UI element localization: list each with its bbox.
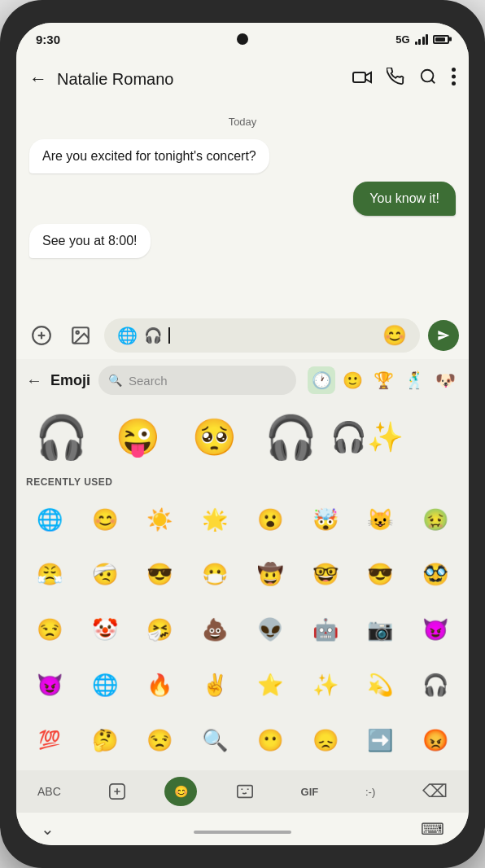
emoji-search-box[interactable]: 🔍 Search — [98, 366, 296, 395]
emoji-cell[interactable]: 🤓 — [299, 548, 352, 602]
home-indicator[interactable] — [194, 831, 291, 834]
attach-button[interactable] — [26, 320, 57, 351]
emoji-cell[interactable]: 😒 — [23, 603, 76, 657]
emoji-cell[interactable]: 😤 — [23, 548, 76, 602]
phone-screen: 9:30 5G ← Natalie Romano — [16, 23, 469, 845]
emoji-cell[interactable]: 🥸 — [409, 548, 462, 602]
emoji-keyboard-back[interactable]: ← — [26, 371, 42, 390]
emoji-cell[interactable]: 😡 — [409, 713, 462, 767]
backspace-button[interactable]: ⌫ — [414, 777, 456, 806]
emoji-cell[interactable]: 🤯 — [299, 493, 352, 546]
keyboard-down-chevron[interactable]: ⌄ — [41, 819, 55, 839]
emoji-cat-recent[interactable]: 🕐 — [308, 366, 335, 394]
network-indicator: 5G — [395, 33, 409, 46]
emoji-cell[interactable]: 👽 — [243, 603, 297, 657]
emoji-cell[interactable]: 🔥 — [133, 659, 187, 712]
emoji-cell[interactable]: 🔍 — [188, 713, 242, 767]
back-button[interactable]: ← — [29, 68, 47, 90]
keyboard-bottom-nav: ABC 😊 GIF :-) ⌫ — [16, 770, 469, 813]
signal-icon — [415, 33, 429, 45]
emoji-cell[interactable]: 🌟 — [188, 493, 242, 546]
received-bubble-2: See you at 8:00! — [29, 224, 151, 258]
status-time: 9:30 — [36, 33, 60, 46]
gif-button[interactable]: GIF — [293, 777, 327, 806]
svg-point-3 — [452, 68, 456, 72]
kaomoji-button[interactable] — [228, 777, 262, 806]
svg-point-10 — [76, 331, 79, 334]
emoji-cell[interactable]: 🌐 — [78, 659, 132, 712]
emoji-cell[interactable]: 😎 — [133, 548, 187, 602]
emoji-cell[interactable]: 🤔 — [78, 713, 132, 767]
contact-name: Natalie Romano — [57, 70, 343, 89]
svg-point-4 — [452, 75, 456, 79]
svg-rect-0 — [353, 72, 365, 82]
svg-point-1 — [422, 70, 434, 82]
emoji-cell[interactable]: 😊 — [78, 493, 132, 546]
emoji-cell[interactable]: 😒 — [133, 713, 187, 767]
emoji-cell[interactable]: 🤢 — [409, 493, 462, 546]
emoji-cell[interactable]: 🤠 — [243, 548, 297, 602]
featured-emoji-2[interactable]: 😜 — [99, 405, 176, 470]
media-button[interactable] — [65, 320, 96, 351]
emoji-cell[interactable]: ☀️ — [133, 493, 187, 546]
globe-emoji: 🌐 — [117, 326, 138, 345]
abc-button[interactable]: ABC — [29, 777, 69, 806]
featured-emoji-3[interactable]: 🥺 — [176, 405, 252, 470]
message-input-bar: 🌐 🎧 😊 — [16, 312, 469, 359]
headphone-emoji: 🎧 — [144, 327, 162, 344]
emoji-cat-animals[interactable]: 🐶 — [431, 366, 459, 394]
emoji-cell[interactable]: 💩 — [188, 603, 242, 657]
emoji-cell[interactable]: ➡️ — [354, 713, 408, 767]
emoji-cat-people[interactable]: 🕺 — [400, 366, 428, 394]
emoji-cell[interactable]: 🎧 — [409, 659, 462, 712]
emoji-category-tabs: 🕐 🙂 🏆 🕺 🐶 — [308, 366, 459, 394]
emoji-cell[interactable]: 😶 — [243, 713, 297, 767]
emoji-cell[interactable]: 💫 — [354, 659, 408, 712]
phone-call-icon[interactable] — [387, 68, 404, 90]
emoji-cell[interactable]: 🤡 — [78, 603, 132, 657]
phone-frame: 9:30 5G ← Natalie Romano — [0, 0, 485, 868]
emoji-cat-activities[interactable]: 🏆 — [369, 366, 397, 394]
text-cursor — [168, 327, 170, 344]
emoji-cell[interactable]: 😈 — [23, 659, 76, 712]
emoji-cell[interactable]: 🤖 — [299, 603, 352, 657]
emoji-cell[interactable]: 😷 — [188, 548, 242, 602]
emoji-cell[interactable]: ✨ — [299, 659, 352, 712]
message-input-field[interactable]: 🌐 🎧 😊 — [104, 318, 420, 353]
more-options-icon[interactable] — [452, 68, 456, 90]
emoji-cell[interactable]: 🤕 — [78, 548, 132, 602]
date-divider: Today — [29, 116, 456, 128]
emoji-cell[interactable]: ⭐ — [243, 659, 297, 712]
emoji-keyboard: ← Emoji 🔍 Search 🕐 🙂 🏆 🕺 🐶 🎧 😜 � — [16, 359, 469, 813]
emoji-keyboard-header: ← Emoji 🔍 Search 🕐 🙂 🏆 🕺 🐶 — [16, 359, 469, 401]
emoji-cell[interactable]: 🌐 — [23, 493, 76, 546]
keyboard-switch-icon[interactable]: ⌨ — [421, 819, 444, 839]
emoji-button-right[interactable]: 😊 — [382, 324, 407, 347]
send-button[interactable] — [428, 320, 459, 351]
chat-area: Today Are you excited for tonight's conc… — [16, 103, 469, 312]
emoji-nav-button[interactable]: 😊 — [164, 777, 197, 806]
emoji-cell[interactable]: 😺 — [354, 493, 408, 546]
emoji-cell[interactable]: 📷 — [354, 603, 408, 657]
phone-bottom-bar: ⌄ ⌨ — [16, 813, 469, 845]
emoji-cell[interactable]: 😮 — [243, 493, 297, 546]
svg-line-2 — [431, 80, 435, 83]
search-icon[interactable] — [419, 68, 437, 90]
emoji-cell[interactable]: 🤧 — [133, 603, 187, 657]
featured-emoji-5[interactable]: 🎧✨ — [329, 405, 405, 470]
emoticon-button[interactable]: :-) — [357, 777, 383, 806]
sent-bubble-1: You know it! — [353, 182, 456, 216]
emoji-cell[interactable]: 😎 — [354, 548, 408, 602]
featured-emoji-1[interactable]: 🎧 — [23, 405, 99, 470]
emoji-grid: 🌐 😊 ☀️ 🌟 😮 🤯 😺 🤢 😤 🤕 😎 😷 🤠 🤓 😎 🥸 😒 🤡 — [16, 489, 469, 770]
status-icons: 5G — [395, 33, 449, 46]
emoji-cell[interactable]: 💯 — [23, 713, 76, 767]
emoji-cat-smileys[interactable]: 🙂 — [339, 366, 366, 394]
sticker-button[interactable] — [100, 777, 134, 806]
emoji-cell[interactable]: 😞 — [299, 713, 352, 767]
emoji-cell[interactable]: ✌️ — [188, 659, 242, 712]
featured-emoji-4[interactable]: 🎧 — [252, 405, 329, 470]
app-bar: ← Natalie Romano — [16, 55, 469, 103]
video-call-icon[interactable] — [352, 68, 372, 90]
emoji-cell[interactable]: 😈 — [409, 603, 462, 657]
